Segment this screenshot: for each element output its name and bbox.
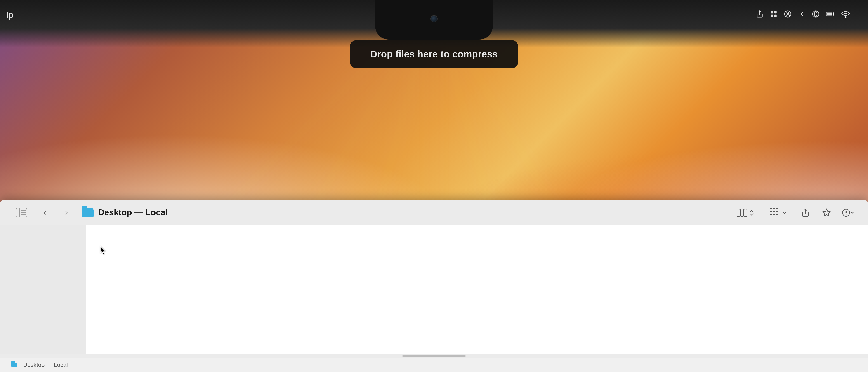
scroll-thumb[interactable] xyxy=(402,355,466,357)
svg-rect-27 xyxy=(770,215,772,217)
svg-point-6 xyxy=(787,12,789,14)
path-bar-text: Desktop — Local xyxy=(23,361,68,368)
path-bar: Desktop — Local xyxy=(0,358,868,372)
webcam-housing xyxy=(375,0,493,39)
svg-rect-28 xyxy=(773,215,775,217)
svg-rect-24 xyxy=(770,212,772,214)
svg-point-12 xyxy=(845,17,846,18)
battery-icon[interactable] xyxy=(826,10,835,19)
menubar xyxy=(756,10,850,19)
folder-icon xyxy=(82,208,94,217)
svg-rect-11 xyxy=(827,13,832,16)
path-title: Desktop — Local xyxy=(98,208,168,217)
menu-bar-partial: lp xyxy=(0,10,13,20)
finder-window: Desktop — Local xyxy=(0,200,868,372)
finder-main-content xyxy=(86,225,868,354)
svg-rect-25 xyxy=(773,212,775,214)
tag-button[interactable] xyxy=(820,206,833,219)
svg-marker-31 xyxy=(823,209,830,216)
finder-body xyxy=(0,225,868,354)
svg-rect-1 xyxy=(771,11,773,13)
grid-view-button[interactable] xyxy=(766,206,791,219)
svg-rect-4 xyxy=(774,15,777,17)
location-bar: Desktop — Local xyxy=(82,208,724,217)
svg-rect-2 xyxy=(774,11,777,13)
share-icon[interactable] xyxy=(756,10,764,19)
svg-rect-18 xyxy=(737,209,740,216)
forward-button[interactable] xyxy=(60,206,73,219)
share-button[interactable] xyxy=(799,206,812,219)
horizontal-scrollbar[interactable] xyxy=(0,354,868,358)
svg-rect-19 xyxy=(741,209,743,216)
globe-icon[interactable] xyxy=(812,10,819,19)
user-icon[interactable] xyxy=(784,10,792,19)
finder-toolbar: Desktop — Local xyxy=(0,200,868,225)
svg-rect-22 xyxy=(773,209,775,211)
toolbar-right-controls xyxy=(733,206,855,219)
more-options-button[interactable] xyxy=(841,206,855,219)
svg-rect-26 xyxy=(776,212,778,214)
svg-rect-23 xyxy=(776,209,778,211)
sidebar-toggle-button[interactable] xyxy=(13,205,29,221)
svg-rect-20 xyxy=(744,209,747,216)
wifi-icon[interactable] xyxy=(841,10,850,19)
svg-rect-21 xyxy=(770,209,772,211)
back-arrow-icon[interactable] xyxy=(798,10,806,19)
grid-icon[interactable] xyxy=(770,10,778,19)
drop-files-tooltip[interactable]: Drop files here to compress xyxy=(350,40,518,68)
view-switcher-button[interactable] xyxy=(733,206,758,219)
path-folder-icon xyxy=(11,363,17,367)
back-button[interactable] xyxy=(38,206,51,219)
finder-sidebar xyxy=(0,225,86,354)
svg-rect-3 xyxy=(771,15,773,17)
svg-rect-29 xyxy=(776,215,778,217)
webcam-lens xyxy=(430,15,438,22)
